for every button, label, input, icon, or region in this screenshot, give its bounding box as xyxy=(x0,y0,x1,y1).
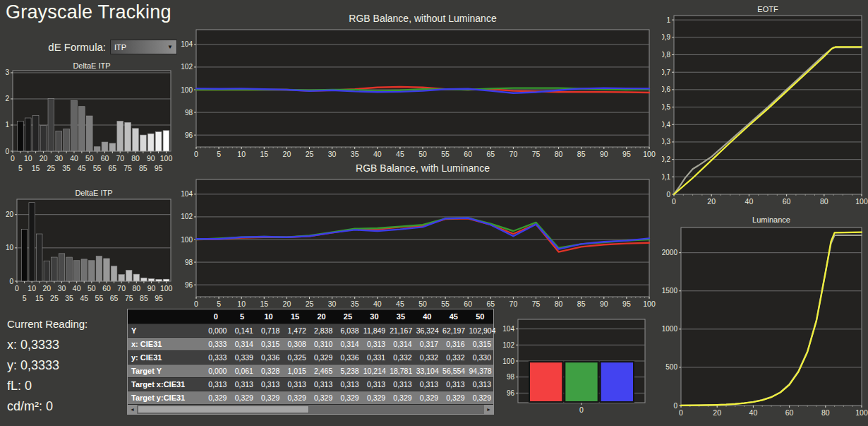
table-cell: 2,838 xyxy=(308,324,334,338)
table-column-header: 30 xyxy=(361,309,387,324)
chart-text: 96 xyxy=(185,131,193,139)
chart-text: 96 xyxy=(507,389,515,397)
chart-text: 35 xyxy=(351,150,359,158)
delta-e-bar xyxy=(94,147,100,151)
delta-e-bar xyxy=(37,234,42,281)
table-cell: 1,015 xyxy=(282,365,308,378)
scrollbar-thumb[interactable] xyxy=(138,406,309,413)
chart-text: 100 xyxy=(160,284,173,292)
table-cell: 0,313 xyxy=(361,378,387,391)
chart-text: 80 xyxy=(820,197,828,206)
chart-text: 2000 xyxy=(662,249,677,256)
current-reading-panel: Current Reading: x: 0,3333 y: 0,3333 fL:… xyxy=(7,318,88,417)
table-cell: 62,197 xyxy=(440,324,466,338)
table-cell: 0,329 xyxy=(229,391,255,405)
table-cell: 6,038 xyxy=(334,324,361,338)
table-column-header: 15 xyxy=(282,309,308,324)
chart-canvas: RGB Balance, with Luminance9698100102104… xyxy=(178,162,658,312)
chart-text: 85 xyxy=(577,300,586,308)
table-cell: 0,141 xyxy=(229,324,255,338)
chart-text: 104 xyxy=(181,40,193,48)
table-cell: 0,061 xyxy=(229,365,255,378)
chart-text: 104 xyxy=(502,325,514,333)
chart-text: 102 xyxy=(181,63,193,71)
table-column-header: 25 xyxy=(334,309,361,324)
chart-text: 40 xyxy=(73,284,81,292)
chart-text: 80 xyxy=(555,150,563,158)
delta-e-bar xyxy=(32,115,39,151)
chart-text: 100 xyxy=(181,236,193,244)
table-cell: 0,315 xyxy=(255,338,282,351)
luminance-chart: Luminance0500100015002000020406080100 xyxy=(662,214,868,426)
delta-e-bar xyxy=(89,261,95,281)
table-cell: 0,314 xyxy=(334,338,361,351)
delta-e-bar xyxy=(111,266,116,281)
chart-text: 95 xyxy=(155,164,163,172)
delta-e-bar xyxy=(140,135,147,151)
chart-text: 10 xyxy=(28,284,36,292)
chart-text: 25 xyxy=(306,300,314,308)
chart-text: 10 xyxy=(6,244,14,252)
chart-text: 5 xyxy=(18,164,23,172)
chart-text: 35 xyxy=(351,300,359,308)
chart-text: 90 xyxy=(147,154,155,162)
chart-text: 20 xyxy=(713,408,721,417)
table-cell: 0,313 xyxy=(255,378,282,391)
chart-text: RGB Balance, without Luminance xyxy=(349,13,497,24)
chart-text: 0,3 xyxy=(662,138,670,146)
scroll-left-icon[interactable]: ◄ xyxy=(128,405,137,414)
chart-text: 0 xyxy=(5,148,9,155)
chart-text: 40 xyxy=(373,300,382,308)
chart-text: 40 xyxy=(373,150,382,158)
scroll-right-icon[interactable]: ► xyxy=(484,405,493,414)
table-row: y: CIE310,3330,3390,3360,3250,3290,3360,… xyxy=(128,351,493,365)
chart-text: 5 xyxy=(217,150,221,158)
current-reading-heading: Current Reading: xyxy=(7,318,88,330)
chart-text: 90 xyxy=(600,300,608,308)
chart-text: 60 xyxy=(101,154,109,162)
table-cell: 0,313 xyxy=(387,378,414,391)
chart-text: 15 xyxy=(35,294,44,302)
chart-text: 75 xyxy=(532,150,541,158)
chart-text: 100 xyxy=(643,150,656,158)
chart-text: 102 xyxy=(502,341,514,349)
chart-text: 0 xyxy=(679,408,683,417)
chart-text: 50 xyxy=(418,300,427,308)
chart-text: 60 xyxy=(785,408,794,417)
chart-text: 20 xyxy=(283,300,291,308)
de-formula-label: dE Formula: xyxy=(6,41,106,53)
chart-text: 0,9 xyxy=(662,33,670,41)
chart-text: 75 xyxy=(532,300,541,308)
table-cell: 94,378 xyxy=(467,365,493,378)
table-row-label: x: CIE31 xyxy=(128,338,203,351)
chart-text: 80 xyxy=(821,408,830,417)
table-cell: 0,329 xyxy=(387,391,414,405)
current-reading-fl: fL: 0 xyxy=(7,376,88,396)
chart-text: 50 xyxy=(418,150,427,158)
delta-e-bar xyxy=(96,256,102,281)
chart-text: 0 xyxy=(194,150,198,158)
chart-canvas: RGB Balance, without Luminance9698100102… xyxy=(178,13,658,162)
chart-text: 10 xyxy=(237,300,246,308)
delta-e-bar xyxy=(155,132,162,151)
chart-text: 0 xyxy=(579,406,584,414)
delta-e-bar xyxy=(79,107,85,151)
red-bar xyxy=(529,362,562,402)
delta-e-bar xyxy=(44,261,49,281)
de-formula-select[interactable]: ITP ▼ xyxy=(110,40,177,54)
table-horizontal-scrollbar[interactable]: ◄ ► xyxy=(128,404,493,414)
chart-text: 100 xyxy=(160,154,173,162)
chart-text: EOTF xyxy=(757,5,778,13)
measurement-table: 05101520253035404550 Y0,0000,1410,7181,4… xyxy=(127,309,494,415)
chart-text: 20 xyxy=(40,154,48,162)
chart-canvas: EOTF10,90,80,70,60,50,40,30,20,100204060… xyxy=(662,4,868,211)
table-cell: 0,313 xyxy=(282,378,308,391)
chart-text: 60 xyxy=(464,300,472,308)
chart-text: 500 xyxy=(665,363,677,371)
table-cell: 0,329 xyxy=(282,391,308,405)
table-cell: 0,314 xyxy=(387,338,414,351)
table-cell: 0,339 xyxy=(229,351,255,365)
chevron-down-icon: ▼ xyxy=(167,44,173,50)
chart-text: 0 xyxy=(673,402,677,410)
table-cell: 0,329 xyxy=(255,391,282,405)
